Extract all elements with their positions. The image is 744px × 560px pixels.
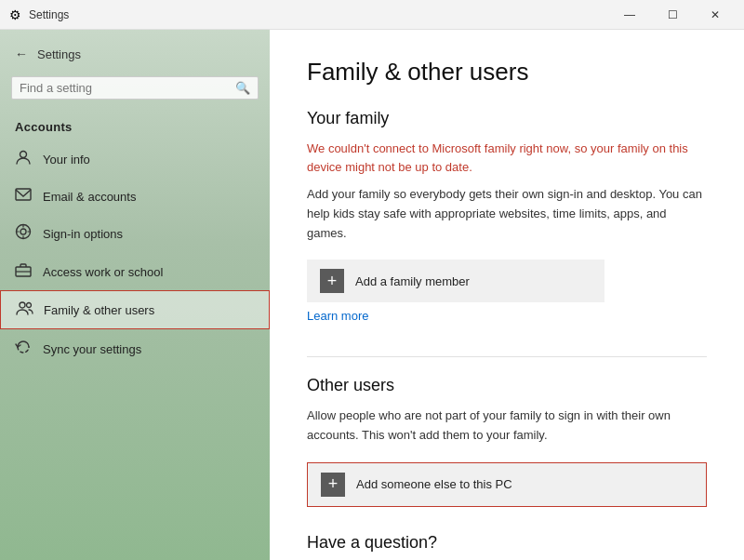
work-icon: [15, 262, 32, 281]
content-area: Family & other users Your family We coul…: [270, 30, 744, 560]
sidebar-item-your-info[interactable]: Your info: [0, 140, 270, 179]
titlebar: ⚙ Settings — ☐ ✕: [0, 0, 744, 30]
sidebar: ← Settings 🔍 Accounts Your info: [0, 30, 270, 560]
back-label: Settings: [37, 47, 81, 61]
plus-icon-2: +: [321, 473, 345, 497]
sidebar-item-label-signin: Sign-in options: [43, 227, 123, 241]
sidebar-item-email-accounts[interactable]: Email & accounts: [0, 179, 270, 214]
sign-in-icon: [15, 223, 32, 244]
your-info-icon: [15, 149, 32, 169]
back-arrow-icon: ←: [15, 47, 28, 61]
have-question-title: Have a question?: [307, 533, 707, 553]
add-other-user-button[interactable]: + Add someone else to this PC: [307, 462, 707, 507]
sidebar-item-access-work[interactable]: Access work or school: [0, 253, 270, 290]
search-input[interactable]: [20, 81, 235, 95]
settings-icon: ⚙: [9, 7, 21, 22]
sidebar-item-sign-in[interactable]: Sign-in options: [0, 214, 270, 253]
sidebar-item-label-your-info: Your info: [43, 153, 90, 167]
add-other-label: Add someone else to this PC: [356, 477, 512, 491]
your-family-title: Your family: [307, 109, 707, 128]
back-button[interactable]: ← Settings: [0, 39, 270, 69]
add-family-button[interactable]: + Add a family member: [307, 260, 604, 302]
sync-icon: [15, 339, 32, 359]
titlebar-title: Settings: [29, 8, 69, 21]
sidebar-item-label-email: Email & accounts: [43, 190, 136, 204]
have-question-section: Have a question?: [307, 533, 707, 553]
family-icon: [16, 300, 33, 319]
svg-rect-2: [16, 189, 31, 200]
search-box[interactable]: 🔍: [11, 76, 259, 100]
family-desc: Add your family so everybody gets their …: [307, 185, 707, 243]
svg-point-4: [20, 229, 26, 234]
sidebar-item-family-users[interactable]: Family & other users: [0, 290, 270, 329]
divider-1: [307, 356, 707, 357]
other-users-title: Other users: [307, 376, 707, 395]
add-family-label: Add a family member: [355, 274, 470, 288]
search-icon: 🔍: [235, 81, 250, 95]
close-button[interactable]: ✕: [694, 0, 737, 30]
plus-icon: +: [320, 269, 344, 293]
learn-more-link[interactable]: Learn more: [307, 309, 368, 323]
other-users-desc: Allow people who are not part of your fa…: [307, 407, 707, 446]
page-title: Family & other users: [307, 58, 707, 87]
svg-point-0: [20, 152, 27, 158]
app-body: ← Settings 🔍 Accounts Your info: [0, 30, 744, 560]
titlebar-controls: — ☐ ✕: [608, 0, 737, 30]
minimize-button[interactable]: —: [608, 0, 651, 30]
titlebar-left: ⚙ Settings: [0, 7, 69, 22]
sidebar-item-label-work: Access work or school: [43, 265, 163, 279]
warning-text: We couldn't connect to Microsoft family …: [307, 140, 707, 176]
sidebar-item-label-sync: Sync your settings: [43, 342, 141, 356]
email-icon: [15, 188, 32, 205]
sidebar-item-sync[interactable]: Sync your settings: [0, 329, 270, 368]
maximize-button[interactable]: ☐: [651, 0, 694, 30]
sidebar-section-title: Accounts: [0, 107, 270, 140]
svg-point-7: [20, 302, 25, 308]
sidebar-item-label-family: Family & other users: [44, 303, 154, 317]
svg-point-8: [27, 303, 32, 308]
